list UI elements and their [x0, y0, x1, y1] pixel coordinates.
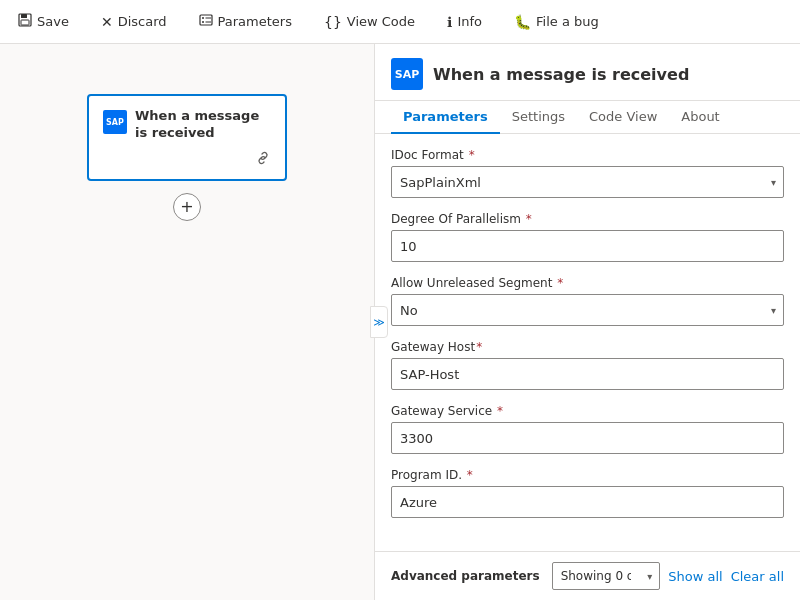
degree-parallelism-label: Degree Of Parallelism *: [391, 212, 784, 226]
panel-body: IDoc Format * SapPlainXml SapXml ▾ Degre…: [375, 134, 800, 551]
idoc-format-label: IDoc Format *: [391, 148, 784, 162]
advanced-params-select[interactable]: Showing 0 of 1: [552, 562, 661, 590]
sap-logo-small: SAP: [103, 110, 127, 134]
main-layout: SAP When a message is received +: [0, 44, 800, 600]
tab-code-view[interactable]: Code View: [577, 101, 669, 134]
tab-settings[interactable]: Settings: [500, 101, 577, 134]
view-code-icon: {}: [324, 14, 342, 30]
program-id-group: Program ID. *: [391, 468, 784, 518]
save-button[interactable]: Save: [12, 9, 75, 34]
allow-unreleased-group: Allow Unreleased Segment * No Yes ▾: [391, 276, 784, 326]
gateway-service-input[interactable]: [391, 422, 784, 454]
show-all-link[interactable]: Show all: [668, 569, 722, 584]
advanced-params-select-wrapper: Showing 0 of 1 ▾: [552, 562, 661, 590]
gateway-host-input[interactable]: [391, 358, 784, 390]
degree-parallelism-group: Degree Of Parallelism *: [391, 212, 784, 262]
gateway-host-group: Gateway Host*: [391, 340, 784, 390]
idoc-format-select[interactable]: SapPlainXml SapXml: [391, 166, 784, 198]
idoc-format-select-wrapper: SapPlainXml SapXml ▾: [391, 166, 784, 198]
svg-point-6: [202, 21, 204, 23]
program-id-label: Program ID. *: [391, 468, 784, 482]
info-button[interactable]: ℹ Info: [441, 10, 488, 34]
panel-header: SAP When a message is received: [375, 44, 800, 101]
collapse-panel-button[interactable]: ≫: [370, 306, 388, 338]
degree-parallelism-input[interactable]: [391, 230, 784, 262]
program-id-required: *: [467, 468, 473, 482]
panel-title: When a message is received: [433, 65, 689, 84]
svg-rect-1: [21, 14, 27, 18]
info-icon: ℹ: [447, 14, 452, 30]
clear-all-link[interactable]: Clear all: [731, 569, 784, 584]
right-panel: SAP When a message is received Parameter…: [375, 44, 800, 600]
allow-unreleased-required: *: [557, 276, 563, 290]
allow-unreleased-select-wrapper: No Yes ▾: [391, 294, 784, 326]
sap-logo-large: SAP: [391, 58, 423, 90]
save-icon: [18, 13, 32, 30]
file-a-bug-button[interactable]: 🐛 File a bug: [508, 10, 605, 34]
view-code-button[interactable]: {} View Code: [318, 10, 421, 34]
link-icon: [255, 150, 271, 169]
advanced-params-bar: Advanced parameters Showing 0 of 1 ▾ Sho…: [375, 551, 800, 600]
program-id-input[interactable]: [391, 486, 784, 518]
svg-rect-3: [200, 15, 212, 25]
idoc-format-group: IDoc Format * SapPlainXml SapXml ▾: [391, 148, 784, 198]
view-code-label: View Code: [347, 14, 415, 29]
add-icon: +: [180, 197, 193, 216]
chevron-right-icon: ≫: [373, 316, 385, 329]
tab-parameters[interactable]: Parameters: [391, 101, 500, 134]
info-label: Info: [457, 14, 482, 29]
save-label: Save: [37, 14, 69, 29]
trigger-card-title: When a message is received: [135, 108, 271, 142]
tab-about[interactable]: About: [669, 101, 731, 134]
file-a-bug-label: File a bug: [536, 14, 599, 29]
bug-icon: 🐛: [514, 14, 531, 30]
allow-unreleased-select[interactable]: No Yes: [391, 294, 784, 326]
idoc-format-required: *: [469, 148, 475, 162]
advanced-params-label: Advanced parameters: [391, 569, 540, 583]
discard-button[interactable]: ✕ Discard: [95, 10, 173, 34]
degree-parallelism-required: *: [526, 212, 532, 226]
parameters-icon: [199, 13, 213, 30]
svg-rect-2: [21, 20, 29, 25]
trigger-card[interactable]: SAP When a message is received: [87, 94, 287, 181]
trigger-card-footer: [103, 150, 271, 169]
add-step-button[interactable]: +: [173, 193, 201, 221]
gateway-host-required: *: [476, 340, 482, 354]
gateway-service-label: Gateway Service *: [391, 404, 784, 418]
svg-point-4: [202, 17, 204, 19]
canvas-inner: SAP When a message is received +: [87, 94, 287, 221]
trigger-card-header: SAP When a message is received: [103, 108, 271, 142]
discard-label: Discard: [118, 14, 167, 29]
gateway-host-label: Gateway Host*: [391, 340, 784, 354]
gateway-service-group: Gateway Service *: [391, 404, 784, 454]
canvas-area: SAP When a message is received +: [0, 44, 375, 600]
toolbar: Save ✕ Discard Parameters {} View Code ℹ…: [0, 0, 800, 44]
parameters-label: Parameters: [218, 14, 292, 29]
sap-logo-text: SAP: [395, 68, 420, 81]
tabs-bar: Parameters Settings Code View About: [375, 101, 800, 134]
parameters-button[interactable]: Parameters: [193, 9, 298, 34]
allow-unreleased-label: Allow Unreleased Segment *: [391, 276, 784, 290]
discard-icon: ✕: [101, 14, 113, 30]
gateway-service-required: *: [497, 404, 503, 418]
